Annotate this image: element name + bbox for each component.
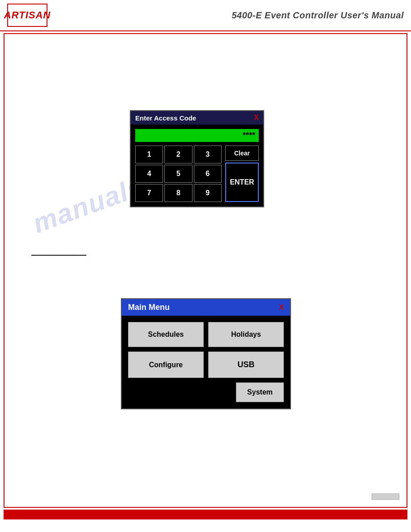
- access-dialog-close[interactable]: X: [254, 114, 259, 122]
- keypad-area: 1 2 3 4 5 6 7 8 9 Clear ENTER: [135, 146, 259, 202]
- logo-box: ARTISAN: [7, 4, 47, 27]
- enter-button[interactable]: ENTER: [225, 163, 259, 202]
- main-menu-body: Schedules Holidays Configure USB System: [122, 316, 290, 408]
- logo-text: ARTISAN: [4, 9, 51, 21]
- underline-text: _________________: [31, 249, 86, 256]
- schedules-button[interactable]: Schedules: [128, 322, 204, 347]
- main-menu-dialog: Main Menu X Schedules Holidays Configure…: [121, 298, 291, 409]
- key-8[interactable]: 8: [164, 184, 192, 202]
- footer-area: [372, 490, 399, 500]
- key-2[interactable]: 2: [164, 146, 192, 163]
- access-dialog-titlebar: Enter Access Code X: [131, 111, 263, 124]
- keypad-grid: 1 2 3 4 5 6 7 8 9: [135, 146, 222, 202]
- bottom-bar: [4, 510, 407, 519]
- access-dialog-body: **** 1 2 3 4 5 6 7 8 9 Clear ENTER: [131, 124, 263, 206]
- main-menu-title: Main Menu: [128, 303, 170, 312]
- main-menu-titlebar: Main Menu X: [122, 299, 290, 316]
- page-title: 5400-E Event Controller User's Manual: [47, 10, 404, 21]
- system-button[interactable]: System: [236, 382, 284, 402]
- menu-bottom-row: System: [128, 382, 284, 402]
- configure-button[interactable]: Configure: [128, 352, 204, 378]
- code-display: ****: [135, 129, 259, 142]
- access-code-dialog: Enter Access Code X **** 1 2 3 4 5 6 7 8…: [130, 110, 264, 207]
- key-5[interactable]: 5: [164, 165, 192, 183]
- key-4[interactable]: 4: [135, 165, 163, 183]
- footer-button[interactable]: [372, 493, 399, 500]
- clear-button[interactable]: Clear: [225, 146, 259, 161]
- key-3[interactable]: 3: [194, 146, 222, 163]
- key-6[interactable]: 6: [194, 165, 222, 183]
- key-1[interactable]: 1: [135, 146, 163, 163]
- key-7[interactable]: 7: [135, 184, 163, 202]
- keypad-actions: Clear ENTER: [225, 146, 259, 202]
- page-header: ARTISAN 5400-E Event Controller User's M…: [0, 0, 411, 31]
- content-area: manualshive.com Enter Access Code X ****…: [4, 33, 407, 508]
- holidays-button[interactable]: Holidays: [208, 322, 284, 347]
- menu-grid: Schedules Holidays Configure USB: [128, 322, 284, 378]
- access-dialog-title: Enter Access Code: [135, 114, 196, 122]
- key-9[interactable]: 9: [194, 184, 222, 202]
- main-menu-close[interactable]: X: [279, 304, 284, 312]
- usb-button[interactable]: USB: [208, 352, 284, 378]
